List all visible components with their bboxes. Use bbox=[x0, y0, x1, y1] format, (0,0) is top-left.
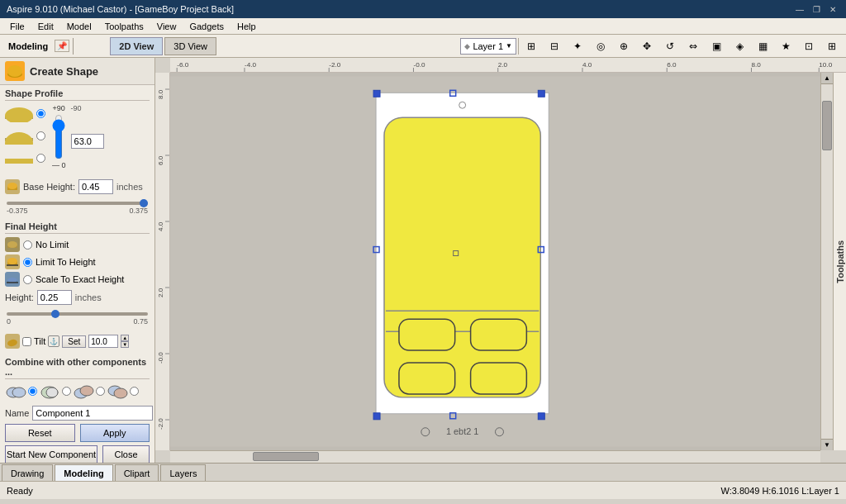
combine-merge-low-radio[interactable] bbox=[130, 387, 139, 396]
icon-snap-grid[interactable]: ⊞ bbox=[520, 36, 542, 57]
icon-render[interactable]: ◈ bbox=[729, 36, 750, 57]
icon-material[interactable]: ▦ bbox=[752, 36, 773, 57]
svg-rect-61 bbox=[373, 90, 380, 97]
no-limit-radio[interactable] bbox=[23, 240, 32, 250]
menu-toolpaths[interactable]: Toolpaths bbox=[98, 18, 150, 34]
tab-clipart[interactable]: Clipart bbox=[115, 464, 159, 481]
right-scrollbar[interactable]: ▲ ▼ bbox=[820, 73, 833, 450]
height-input[interactable] bbox=[37, 290, 72, 305]
base-min-label: -0.375 bbox=[7, 207, 28, 215]
toolpaths-sidebar[interactable]: Toolpaths bbox=[833, 73, 846, 450]
icon-mirror[interactable]: ⇔ bbox=[682, 36, 704, 57]
spin-up[interactable]: ▲ bbox=[121, 335, 129, 341]
apply-button[interactable]: Apply bbox=[80, 424, 150, 442]
icon-light[interactable]: ★ bbox=[775, 36, 796, 57]
limit-height-radio[interactable] bbox=[23, 258, 32, 267]
tilt-checkbox[interactable] bbox=[22, 337, 31, 346]
svg-rect-6 bbox=[5, 159, 33, 164]
main-layout: Create Shape Shape Profile bbox=[0, 58, 846, 463]
angle-slider-area: +90 — 0 bbox=[52, 104, 66, 170]
component-name-input[interactable] bbox=[32, 406, 153, 421]
menu-model[interactable]: Model bbox=[60, 18, 98, 34]
height-slider[interactable] bbox=[7, 312, 148, 316]
base-height-input[interactable] bbox=[78, 179, 113, 194]
angle-slider[interactable] bbox=[52, 114, 65, 159]
svg-rect-60 bbox=[384, 117, 540, 397]
toolbar-pin[interactable]: 📌 bbox=[55, 40, 69, 52]
close-button[interactable]: ✕ bbox=[826, 3, 839, 15]
tilt-shape-icon bbox=[5, 334, 20, 349]
bottom-scrollbar[interactable] bbox=[170, 450, 820, 463]
svg-point-17 bbox=[7, 339, 18, 347]
base-height-slider[interactable] bbox=[7, 202, 148, 205]
combine-sub-icon bbox=[39, 383, 60, 399]
no-limit-label: No Limit bbox=[36, 240, 69, 250]
title-controls[interactable]: — ❐ ✕ bbox=[793, 3, 839, 15]
icon-select[interactable]: ⊞ bbox=[821, 36, 843, 57]
scroll-thumb[interactable] bbox=[822, 101, 832, 150]
svg-text:6.0: 6.0 bbox=[667, 61, 677, 69]
menu-view[interactable]: View bbox=[150, 18, 183, 34]
icon-snap-obj[interactable]: ⊟ bbox=[544, 36, 565, 57]
angle-input[interactable] bbox=[71, 134, 104, 149]
bottom-scroll-row bbox=[155, 450, 846, 463]
left-panel: Create Shape Shape Profile bbox=[0, 58, 155, 463]
shape-half-radio[interactable] bbox=[36, 131, 45, 140]
tab-3d-view[interactable]: 3D View bbox=[164, 37, 216, 55]
icon-rotate[interactable]: ↺ bbox=[659, 36, 681, 57]
shape-dome-radio[interactable] bbox=[36, 109, 45, 118]
icon-settings2[interactable]: ◎ bbox=[590, 36, 611, 57]
height-unit: inches bbox=[75, 292, 102, 302]
flat-shape-icon bbox=[5, 149, 33, 167]
tilt-value-input[interactable] bbox=[88, 335, 118, 348]
main-canvas[interactable]: 1 ebt2 1 bbox=[170, 73, 820, 450]
menu-gadgets[interactable]: Gadgets bbox=[183, 18, 231, 34]
icon-camera[interactable]: ⊡ bbox=[798, 36, 820, 57]
combine-add-radio[interactable] bbox=[28, 387, 37, 396]
title-text: Aspire 9.010 (Michael Castor) - [GameBoy… bbox=[7, 4, 234, 14]
icon-zoom[interactable]: ⊕ bbox=[613, 36, 634, 57]
base-height-section: Base Height: inches -0.375 0.375 bbox=[0, 174, 154, 218]
tab-layers[interactable]: Layers bbox=[160, 464, 206, 481]
limit-height-row: Limit To Height bbox=[5, 254, 150, 269]
menu-help[interactable]: Help bbox=[231, 18, 263, 34]
tab-modeling[interactable]: Modeling bbox=[55, 464, 112, 481]
shape-profile-section: Shape Profile bbox=[0, 85, 154, 174]
base-height-row: Base Height: inches bbox=[5, 179, 150, 194]
tab-2d-view[interactable]: 2D View bbox=[110, 37, 163, 55]
scale-exact-radio[interactable] bbox=[23, 275, 32, 284]
scroll-down[interactable]: ▼ bbox=[821, 439, 833, 450]
bottom-tabs: Drawing Modeling Clipart Layers bbox=[0, 463, 846, 481]
restore-button[interactable]: ❐ bbox=[810, 3, 823, 15]
icon-pan[interactable]: ✥ bbox=[636, 36, 658, 57]
tilt-anchor[interactable]: ⚓ bbox=[48, 335, 59, 347]
scroll-up[interactable]: ▲ bbox=[821, 73, 833, 84]
reset-button[interactable]: Reset bbox=[5, 424, 75, 442]
tab-drawing[interactable]: Drawing bbox=[2, 464, 53, 481]
svg-rect-78 bbox=[399, 363, 455, 394]
combine-merge-high-radio[interactable] bbox=[96, 387, 105, 396]
icon-settings1[interactable]: ✦ bbox=[567, 36, 588, 57]
panel-header: Create Shape bbox=[0, 58, 154, 85]
tilt-set-button[interactable]: Set bbox=[62, 335, 86, 348]
spin-down[interactable]: ▼ bbox=[121, 341, 129, 348]
height-slider-area: 0 0.75 bbox=[5, 307, 150, 326]
view-tab-area: 2D View 3D View bbox=[110, 37, 216, 55]
close-button[interactable]: Close bbox=[102, 445, 150, 463]
menu-edit[interactable]: Edit bbox=[31, 18, 60, 34]
start-close-row: Start New Component Close bbox=[5, 445, 150, 463]
layer-selector[interactable]: ◆ Layer 1 ▼ bbox=[460, 38, 516, 55]
canvas-row: 8.0 6.0 4.0 2.0 -0.0 -2.0 bbox=[155, 73, 846, 450]
canvas-wrapper: -6.0 -4.0 -2.0 -0.0 2.0 4.0 6.0 8.0 10.0 bbox=[155, 58, 846, 463]
base-height-range-labels: -0.375 0.375 bbox=[7, 207, 148, 215]
minimize-button[interactable]: — bbox=[793, 3, 806, 15]
base-height-slider-area: -0.375 0.375 bbox=[5, 197, 150, 215]
combine-add-icon bbox=[5, 383, 26, 399]
h-scroll-thumb[interactable] bbox=[253, 452, 319, 461]
combine-sub-radio[interactable] bbox=[62, 387, 71, 396]
start-new-button[interactable]: Start New Component bbox=[5, 445, 97, 463]
menu-file[interactable]: File bbox=[3, 18, 31, 34]
shape-flat-radio[interactable] bbox=[36, 154, 45, 163]
icon-view3d[interactable]: ▣ bbox=[706, 36, 727, 57]
dome-shape-icon bbox=[5, 104, 33, 122]
